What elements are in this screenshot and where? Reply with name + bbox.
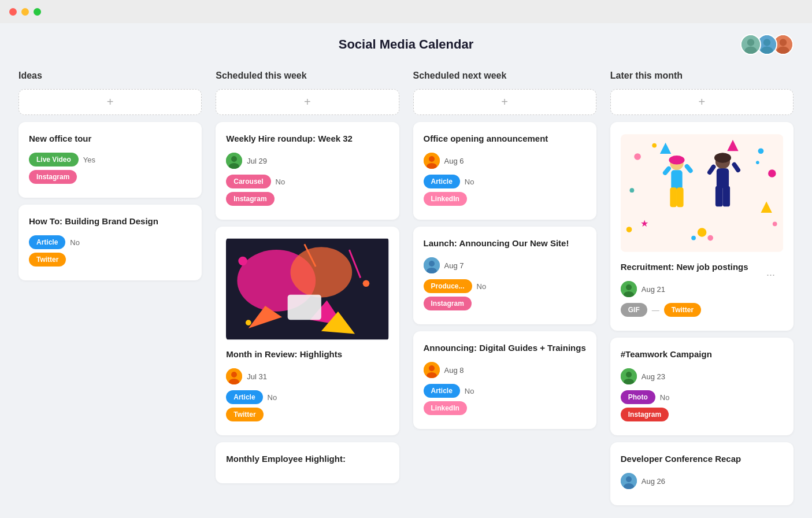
card-title: Announcing: Digital Guides + Trainings [424,342,586,354]
add-next-week-button[interactable]: + [413,89,596,115]
column-ideas-header: Ideas [18,71,202,81]
minimize-dot[interactable] [21,8,29,16]
tag-no: No [465,387,474,395]
avatar-sm [621,473,637,489]
svg-rect-51 [677,187,684,207]
card-dev-conference: Developer Conference Recap Aug 26 [610,442,794,505]
avatar-sm [226,153,242,169]
tag-instagram: Instagram [29,170,77,184]
svg-point-25 [231,372,237,378]
column-ideas: Ideas + New office tour Live Video Yes I… [18,71,202,287]
tag-live-video: Live Video [29,153,79,166]
tag-no: No [276,177,286,186]
card-date: Jul 29 [247,157,267,165]
svg-point-4 [763,39,770,46]
svg-rect-57 [715,186,723,206]
svg-rect-49 [671,170,682,190]
svg-point-10 [231,156,237,162]
card-launch-site: Launch: Announcing Our New Site! Aug 7 P… [413,227,596,324]
add-idea-button[interactable]: + [18,89,202,115]
tag-no: No [70,238,80,247]
svg-point-40 [768,169,776,177]
svg-point-19 [239,257,248,266]
card-recruitment: ★ ● ··· Recruitment: New job postings Au… [610,122,794,331]
close-dot[interactable] [9,8,17,16]
card-meta: Aug 23 [621,368,783,384]
tag-no: No [660,393,670,402]
tags-row-2: LinkedIn [424,401,586,415]
svg-point-14 [291,247,353,297]
card-date: Aug 23 [642,372,665,381]
tags-row-2: Twitter [29,253,191,267]
card-date: Aug 8 [444,366,464,375]
card-meta: Aug 8 [424,362,586,378]
tag-no: No [268,393,277,402]
tag-twitter: Twitter [226,408,263,421]
card-title: Monthly Employee Highlight: [226,453,388,465]
card-new-office-tour: New office tour Live Video Yes Instagram [18,122,202,198]
tag-carousel: Carousel [226,175,270,188]
avatar-sm [424,153,440,169]
card-meta: Jul 31 [226,368,388,384]
column-later-month-header: Later this month [610,71,794,81]
card-title: How To: Building Brand Design [29,215,191,227]
svg-point-38 [652,143,657,148]
more-options-icon[interactable]: ··· [766,269,775,281]
avatar-sm [424,362,440,378]
tags-row: Article No [424,384,586,398]
avatar-sm [621,368,637,384]
tag-no: No [465,177,474,186]
column-this-week: Scheduled this week + Weekly Hire roundu… [216,71,399,490]
tags-row-2: Instagram [621,408,783,421]
card-title: Month in Review: Highlights [226,348,388,360]
svg-point-34 [429,365,435,371]
kanban-board: Ideas + New office tour Live Video Yes I… [18,71,794,512]
card-weekly-hire: Weekly Hire roundup: Week 32 Jul 29 Caro… [216,122,399,220]
card-title: Recruitment: New job postings [621,261,783,273]
svg-point-73 [626,476,632,482]
tags-row: Carousel No [226,175,388,188]
card-brand-design: How To: Building Brand Design Article No… [18,205,202,280]
tag-no: No [477,282,487,291]
card-title: New office tour [29,132,191,145]
svg-point-67 [626,284,632,290]
tags-row-2: Instagram [424,297,586,310]
svg-text:●: ● [755,158,760,167]
tag-twitter: Twitter [664,303,701,317]
svg-point-42 [626,227,632,232]
svg-point-61 [698,228,707,237]
add-later-button[interactable]: + [610,89,794,115]
tags-row: Produce... No [424,279,586,293]
tag-article: Article [424,175,460,188]
avatar-1[interactable] [740,34,761,55]
add-this-week-button[interactable]: + [216,89,399,115]
svg-point-1 [747,39,754,46]
svg-point-8 [777,47,789,55]
svg-rect-50 [670,187,677,207]
fullscreen-dot[interactable] [34,8,41,16]
card-monthly-employee: Monthly Employee Highlight: [216,442,399,483]
svg-point-63 [691,236,696,240]
tags-row: GIF — Twitter [621,303,783,317]
svg-rect-58 [722,186,730,206]
tags-row-2: LinkedIn [424,192,586,206]
tag-twitter: Twitter [29,253,66,267]
card-meta: Aug 7 [424,257,586,273]
card-content: ··· Recruitment: New job postings Aug 21… [621,261,783,317]
card-date: Aug 21 [642,285,665,294]
tags-row: Photo No [621,390,783,404]
tag-article: Article [424,384,460,398]
svg-point-28 [429,156,435,162]
titlebar [0,0,812,23]
column-later-month: Later this month + [610,71,794,512]
card-meta: Aug 21 [621,281,783,297]
card-meta: Aug 26 [621,473,783,489]
card-office-opening: Office opening announcement Aug 6 Articl… [413,122,596,220]
svg-point-20 [363,280,370,287]
svg-point-2 [744,47,757,55]
card-title: Office opening announcement [424,132,586,145]
dash-separator: — [652,306,659,314]
tags-row: Live Video Yes [29,153,191,166]
card-title: Weekly Hire roundup: Week 32 [226,132,388,145]
tags-row: Article No [226,390,388,404]
